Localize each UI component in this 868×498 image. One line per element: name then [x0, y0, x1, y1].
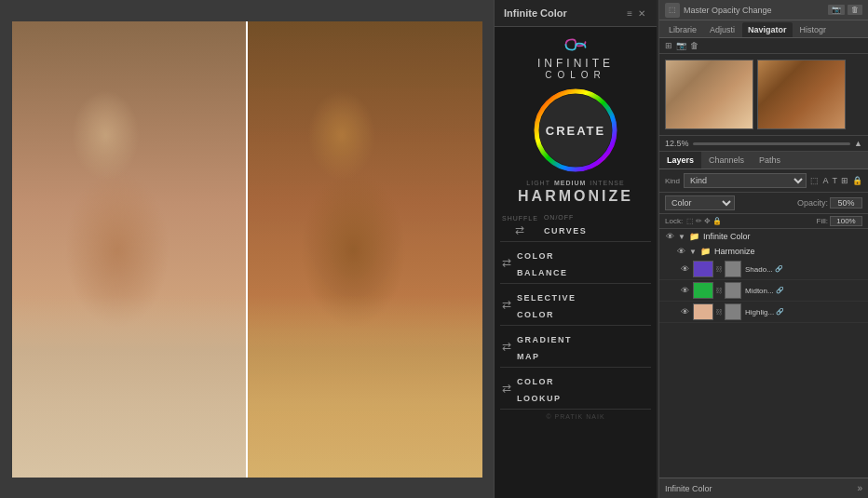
top-bar: ⬚ Master Opacity Change 📷 🗑	[659, 0, 868, 20]
gradient-map-name: GRADIENTMAP	[517, 335, 572, 361]
shuffle-color-balance: ⇄	[502, 256, 511, 269]
shuffle-selective-icon[interactable]: ⇄	[502, 298, 511, 311]
opacity-label: Opacity:	[797, 198, 828, 208]
fill-value[interactable]: 100%	[830, 216, 862, 226]
color-balance-info: COLORBALANCE	[517, 246, 649, 279]
photo-after	[248, 21, 482, 478]
tab-libraries[interactable]: Librarie	[663, 22, 702, 37]
bottom-bar-expand-icon[interactable]: »	[857, 483, 862, 493]
shuffle-curves: SHUFFLE ⇄	[502, 215, 538, 236]
navigator-thumb-after	[757, 60, 846, 129]
color-lookup-info: COLORLOOKUP	[517, 371, 649, 405]
layer-name-shadow: Shado...	[745, 265, 773, 274]
zoom-slider[interactable]	[693, 142, 851, 145]
zoom-up-btn[interactable]: ▲	[854, 139, 862, 148]
lock-all-btn[interactable]: 🔒	[712, 217, 722, 225]
layer-group-infinite-color[interactable]: 👁 ▼ 📁 Infinite Color	[659, 229, 868, 244]
bottom-bar-label: Infinite Color	[665, 484, 712, 493]
intensity-controls: LIGHT MEDIUM INTENSE	[504, 180, 647, 186]
harmonize-label[interactable]: HARMONIZE	[504, 188, 647, 205]
intensity-medium[interactable]: MEDIUM	[554, 180, 586, 186]
layer-group-harmonize[interactable]: 👁 ▼ 📁 Harmonize	[659, 244, 868, 259]
tab-icons-row: ⊞ 📷 🗑	[659, 38, 868, 54]
top-bar-trash-btn[interactable]: 🗑	[848, 5, 862, 15]
ic-menu-icon[interactable]: ≡	[627, 8, 632, 19]
copyright: © PRATIK NAIK	[546, 410, 604, 424]
tab-paths[interactable]: Paths	[752, 152, 788, 168]
right-panel: ⬚ Master Opacity Change 📷 🗑 Librarie Adj…	[658, 0, 868, 498]
layer-icon-3[interactable]: T	[833, 176, 838, 185]
link-icon-shadow: 🔗	[775, 265, 783, 273]
shuffle-label: SHUFFLE	[502, 215, 538, 222]
shuffle-icon[interactable]: ⇄	[515, 223, 524, 236]
color-balance-name: COLORBALANCE	[517, 251, 568, 277]
opacity-value[interactable]: 50%	[830, 197, 862, 209]
harmonize-collapse-arrow[interactable]: ▼	[689, 248, 697, 256]
bottom-bar: Infinite Color »	[659, 478, 868, 498]
layer-item-midtone[interactable]: 👁 ⛓ Midton... 🔗	[659, 280, 868, 302]
layer-thumb-midtone	[693, 282, 713, 299]
history-icon: ⬚	[669, 6, 676, 14]
top-bar-photo-btn[interactable]: 📷	[828, 5, 845, 15]
shuffle-lookup-icon[interactable]: ⇄	[502, 382, 511, 395]
group-harmonize-name: Harmonize	[714, 247, 755, 256]
opacity-control: Opacity: 50%	[797, 197, 862, 209]
navigator-tabs-bar: Librarie Adjusti Navigator Histogr	[659, 20, 868, 38]
tab-action-btn-2[interactable]: 📷	[676, 41, 686, 50]
eye-icon-group[interactable]: 👁	[663, 232, 676, 241]
shuffle-gradient-icon[interactable]: ⇄	[502, 340, 511, 353]
gradient-map-info: GRADIENTMAP	[517, 330, 649, 363]
ic-close-button[interactable]: ✕	[636, 8, 647, 19]
chain-icon-highlight: ⛓	[715, 308, 723, 316]
curves-info: ON/OFF CURVES	[544, 214, 649, 237]
blend-mode-select[interactable]: Color Normal Multiply Screen	[665, 195, 735, 210]
navigator-thumb-before	[665, 60, 753, 129]
lock-paint-btn[interactable]: ✏	[696, 217, 702, 225]
tab-histogram[interactable]: Histogr	[794, 22, 833, 37]
tab-action-btn-1[interactable]: ⊞	[665, 41, 672, 50]
lock-transparent-btn[interactable]: ⬚	[686, 217, 694, 225]
group-collapse-arrow[interactable]: ▼	[678, 233, 685, 241]
layer-icon-1[interactable]: ⬚	[810, 176, 819, 185]
layers-opacity-row: Color Normal Multiply Screen Opacity: 50…	[659, 193, 868, 214]
top-bar-buttons: 📷 🗑	[828, 5, 862, 15]
tab-adjustments[interactable]: Adjusti	[704, 22, 740, 37]
create-wrapper: CREATE	[534, 88, 617, 172]
layer-name-midtone: Midton...	[745, 287, 774, 295]
selective-color-name: SELECTIVECOLOR	[517, 293, 576, 319]
layer-thumb-shadow	[693, 261, 713, 277]
layers-tab-bar: Layers Channels Paths	[659, 152, 868, 169]
layer-icon-5[interactable]: 🔒	[852, 176, 862, 185]
intensity-intense[interactable]: INTENSE	[590, 180, 624, 186]
zoom-value: 12.5%	[665, 139, 689, 148]
selective-color-info: SELECTIVECOLOR	[517, 288, 649, 321]
tab-channels[interactable]: Channels	[701, 152, 752, 168]
lock-fill-row: Lock: ⬚ ✏ ✥ 🔒 Fill: 100%	[659, 214, 868, 229]
ic-logo-icon	[563, 36, 589, 53]
intensity-light[interactable]: LIGHT	[526, 180, 550, 186]
link-icon-midtone: 🔗	[776, 287, 784, 294]
canvas-area	[0, 0, 494, 498]
create-button[interactable]: CREATE	[539, 94, 612, 167]
tab-navigator[interactable]: Navigator	[742, 22, 793, 37]
eye-icon-highlight[interactable]: 👁	[678, 307, 691, 316]
curves-name: CURVES	[544, 226, 587, 236]
layer-icon-2[interactable]: A	[822, 176, 828, 185]
layer-mask-midtone	[725, 282, 741, 299]
tab-action-btn-3[interactable]: 🗑	[690, 41, 698, 50]
layer-icon-4[interactable]: ⊞	[841, 176, 848, 185]
eye-icon-shadow[interactable]: 👁	[678, 264, 691, 274]
tab-layers[interactable]: Layers	[659, 152, 701, 168]
chain-icon-midtone: ⛓	[715, 287, 723, 295]
control-row-color-balance: ⇄ COLORBALANCE	[500, 242, 651, 284]
layer-item-shadow[interactable]: 👁 ⛓ Shado... 🔗	[659, 259, 868, 280]
lock-move-btn[interactable]: ✥	[704, 217, 711, 225]
layers-kind-row: Kind Kind ⬚ A T ⊞ 🔒	[659, 169, 868, 193]
ic-panel-header: Infinite Color ≡ ✕	[495, 0, 657, 27]
control-row-curves: SHUFFLE ⇄ ON/OFF CURVES	[500, 210, 651, 242]
eye-icon-midtone[interactable]: 👁	[678, 286, 691, 295]
layer-item-highlight[interactable]: 👁 ⛓ Highlig... 🔗	[659, 302, 868, 323]
kind-select[interactable]: Kind	[684, 173, 807, 188]
shuffle-color-balance-icon[interactable]: ⇄	[502, 256, 511, 269]
eye-icon-harmonize[interactable]: 👁	[674, 247, 687, 256]
